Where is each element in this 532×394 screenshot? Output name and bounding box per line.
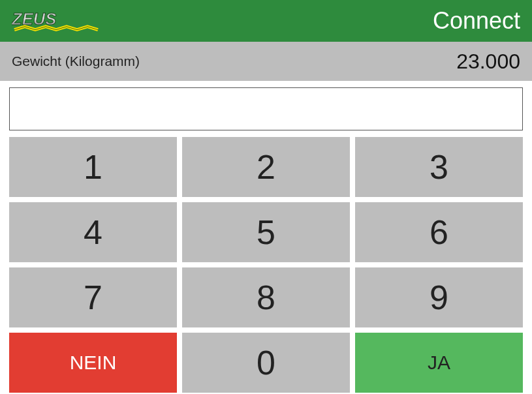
zeus-logo: ZEUS <box>12 8 116 34</box>
key-1[interactable]: 1 <box>9 137 177 197</box>
header: ZEUS Connect <box>0 0 532 42</box>
yes-button[interactable]: JA <box>355 333 523 393</box>
numeric-input[interactable] <box>9 87 523 130</box>
no-button[interactable]: NEIN <box>9 333 177 393</box>
field-value: 23.000 <box>456 50 520 74</box>
key-7[interactable]: 7 <box>9 267 177 327</box>
field-label: Gewicht (Kilogramm) <box>12 53 140 69</box>
svg-text:ZEUS: ZEUS <box>12 10 56 28</box>
key-4[interactable]: 4 <box>9 202 177 262</box>
key-8[interactable]: 8 <box>182 267 350 327</box>
subheader: Gewicht (Kilogramm) 23.000 <box>0 42 532 81</box>
key-5[interactable]: 5 <box>182 202 350 262</box>
key-6[interactable]: 6 <box>355 202 523 262</box>
key-9[interactable]: 9 <box>355 267 523 327</box>
keypad: 1 2 3 4 5 6 7 8 9 NEIN 0 JA <box>9 137 523 393</box>
header-title: Connect <box>433 7 520 35</box>
key-3[interactable]: 3 <box>355 137 523 197</box>
key-0[interactable]: 0 <box>182 333 350 393</box>
key-2[interactable]: 2 <box>182 137 350 197</box>
body: 1 2 3 4 5 6 7 8 9 NEIN 0 JA <box>0 81 532 394</box>
